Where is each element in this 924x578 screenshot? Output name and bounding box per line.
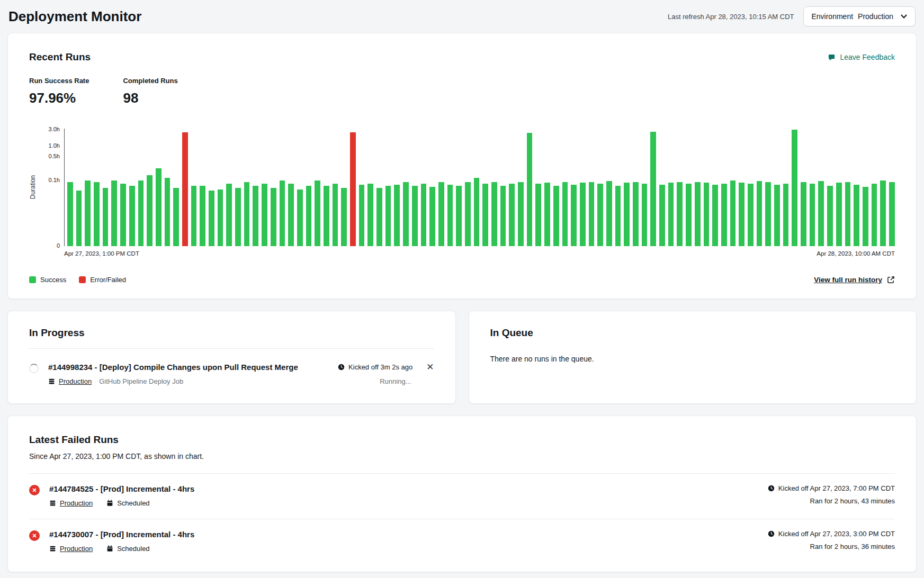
- chart-bar[interactable]: [774, 185, 780, 246]
- chart-bar[interactable]: [792, 130, 797, 246]
- chart-bar[interactable]: [659, 185, 665, 246]
- chart-bar[interactable]: [474, 178, 480, 246]
- chart-bar[interactable]: [712, 185, 718, 246]
- chart-bar[interactable]: [757, 181, 762, 246]
- chart-bar[interactable]: [748, 184, 753, 246]
- chart-bar[interactable]: [606, 181, 612, 246]
- chart-bar[interactable]: [262, 184, 267, 246]
- chart-bar[interactable]: [836, 183, 842, 246]
- chart-bar[interactable]: [333, 184, 338, 246]
- chart-bar[interactable]: [491, 182, 497, 246]
- chart-bar[interactable]: [650, 132, 656, 246]
- chart-bar[interactable]: [518, 182, 524, 246]
- chart-bar[interactable]: [509, 184, 515, 246]
- chart-bar[interactable]: [359, 185, 365, 246]
- chart-bar[interactable]: [271, 188, 276, 246]
- chart-bar[interactable]: [182, 132, 188, 246]
- chart-bar[interactable]: [704, 183, 710, 246]
- chart-bar[interactable]: [889, 182, 895, 246]
- chart-bar[interactable]: [642, 184, 648, 246]
- chart-bar[interactable]: [845, 182, 851, 246]
- chart-bar[interactable]: [695, 182, 701, 246]
- chart-bar[interactable]: [447, 185, 453, 246]
- chart-bar[interactable]: [315, 180, 320, 246]
- chart-bar[interactable]: [209, 191, 214, 246]
- chart-bar[interactable]: [297, 189, 303, 246]
- chart-bar[interactable]: [341, 188, 347, 246]
- chart-bar[interactable]: [421, 184, 427, 246]
- chart-bar[interactable]: [580, 183, 586, 246]
- environment-dropdown[interactable]: Environment Production: [803, 6, 916, 26]
- chart-bar[interactable]: [85, 180, 91, 246]
- chart-bar[interactable]: [235, 188, 241, 246]
- chart-bar[interactable]: [482, 184, 488, 246]
- run-name[interactable]: #144730007 - [Prod] Incremental - 4hrs: [49, 530, 758, 539]
- chart-bar[interactable]: [147, 175, 152, 246]
- chart-bar[interactable]: [500, 186, 506, 246]
- chart-bar[interactable]: [129, 186, 135, 246]
- chart-bar[interactable]: [412, 186, 418, 246]
- chart-bar[interactable]: [367, 184, 373, 246]
- chart-bar[interactable]: [872, 184, 877, 246]
- chart-bar[interactable]: [156, 168, 162, 246]
- environment-link[interactable]: Production: [60, 545, 93, 553]
- chart-bar[interactable]: [624, 183, 630, 246]
- chart-bar[interactable]: [854, 185, 859, 246]
- chart-bar[interactable]: [103, 188, 109, 246]
- chart-bar[interactable]: [350, 132, 356, 246]
- chart-bar[interactable]: [615, 186, 621, 246]
- chart-bar[interactable]: [801, 182, 806, 246]
- chart-bar[interactable]: [677, 182, 683, 246]
- chart-bar[interactable]: [280, 180, 285, 246]
- chart-bar[interactable]: [200, 186, 205, 246]
- chart-bar[interactable]: [403, 182, 409, 246]
- chart-bar[interactable]: [456, 186, 462, 246]
- chart-bar[interactable]: [253, 186, 258, 246]
- environment-link[interactable]: Production: [59, 377, 92, 385]
- chart-bar[interactable]: [76, 191, 82, 246]
- chart-bar[interactable]: [880, 180, 886, 246]
- chart-bar[interactable]: [120, 184, 126, 246]
- chart-bar[interactable]: [429, 187, 435, 246]
- chart-bar[interactable]: [571, 185, 577, 246]
- chart-bar[interactable]: [306, 186, 312, 246]
- chart-bar[interactable]: [827, 186, 833, 246]
- chart-bar[interactable]: [863, 187, 868, 246]
- chart-bar[interactable]: [527, 133, 533, 246]
- chart-bar[interactable]: [721, 184, 727, 246]
- chart-bar[interactable]: [226, 184, 232, 246]
- chart-bar[interactable]: [218, 189, 223, 246]
- close-icon[interactable]: ✕: [426, 363, 434, 372]
- chart-bar[interactable]: [438, 182, 444, 246]
- chart-bar[interactable]: [562, 182, 568, 246]
- chart-bar[interactable]: [288, 184, 294, 246]
- run-name[interactable]: #144784525 - [Prod] Incremental - 4hrs: [49, 484, 758, 493]
- chart-bar[interactable]: [686, 184, 692, 246]
- chart-bar[interactable]: [765, 182, 771, 246]
- chart-bar[interactable]: [535, 184, 541, 246]
- chart-bar[interactable]: [191, 186, 197, 246]
- chart-bar[interactable]: [173, 188, 179, 246]
- chart-bar[interactable]: [597, 184, 603, 246]
- chart-bar[interactable]: [783, 184, 789, 246]
- chart-bar[interactable]: [589, 182, 595, 246]
- chart-bar[interactable]: [394, 185, 400, 246]
- chart-bar[interactable]: [385, 186, 391, 246]
- chart-bar[interactable]: [244, 182, 250, 246]
- chart-bar[interactable]: [818, 181, 824, 246]
- chart-bar[interactable]: [465, 182, 471, 246]
- run-name[interactable]: #144998234 - [Deploy] Compile Changes up…: [48, 363, 338, 372]
- chart-bar[interactable]: [553, 186, 559, 246]
- chart-bar[interactable]: [111, 180, 117, 246]
- view-full-run-history-link[interactable]: View full run history: [814, 276, 895, 284]
- chart-bar[interactable]: [165, 178, 171, 246]
- chart-bar[interactable]: [810, 184, 815, 246]
- chart-bar[interactable]: [376, 188, 382, 246]
- chart-bar[interactable]: [324, 186, 329, 246]
- chart-bar[interactable]: [544, 183, 550, 246]
- chart-bar[interactable]: [730, 180, 736, 246]
- environment-link[interactable]: Production: [60, 499, 93, 507]
- chart-bar[interactable]: [668, 183, 674, 246]
- chart-bar[interactable]: [94, 182, 100, 246]
- chart-bar[interactable]: [739, 183, 744, 246]
